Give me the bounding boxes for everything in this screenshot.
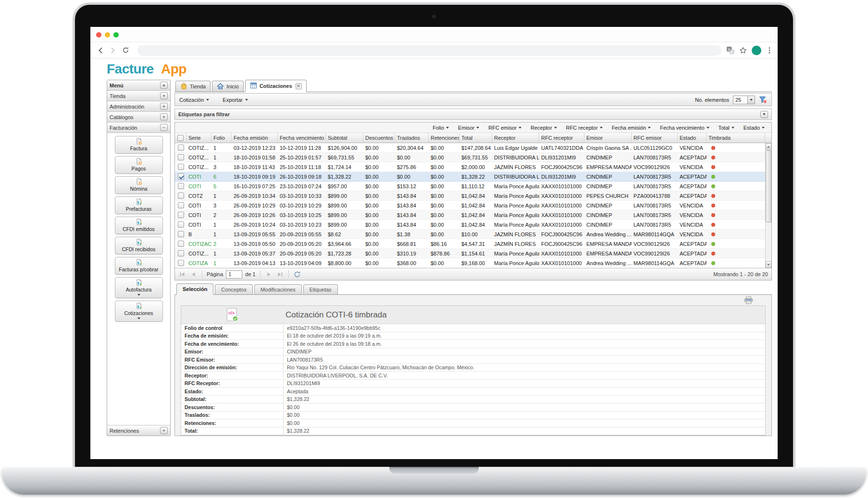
expand-section-icon[interactable]: + xyxy=(160,427,168,434)
column-filter-receptor[interactable]: Receptor xyxy=(531,125,557,131)
pager-last-icon[interactable] xyxy=(276,270,284,279)
column-filter-fecha-emision[interactable]: Fecha emisión xyxy=(612,125,651,131)
table-row[interactable]: COTI618-10-2019 09:1926-10-2019 09:18$1,… xyxy=(175,172,765,182)
expand-section-icon[interactable]: + xyxy=(160,113,168,121)
row-checkbox[interactable] xyxy=(178,231,184,237)
table-row[interactable]: COTI126-09-2019 10:2403-10-2019 10:23$89… xyxy=(175,220,765,230)
select-all-checkbox[interactable] xyxy=(177,135,184,141)
grid-header-estado[interactable]: Estado xyxy=(678,133,707,143)
grid-header-descuentos[interactable]: Descuentos xyxy=(363,133,395,143)
sidebar-button-prefacturas[interactable]: Prefacturas xyxy=(115,196,163,214)
menu-cotizacion[interactable]: Cotización xyxy=(179,97,209,103)
sidebar-button-cfdi-emitidos[interactable]: CFDI emitidos xyxy=(115,217,163,234)
row-checkbox[interactable] xyxy=(178,173,184,180)
minimize-window-button[interactable] xyxy=(105,32,110,37)
grid-header-retenciones[interactable]: Retenciones xyxy=(429,133,459,143)
sidebar-button-pagos[interactable]: Pagos xyxy=(115,156,163,174)
row-checkbox[interactable] xyxy=(178,241,184,247)
row-checkbox[interactable] xyxy=(178,183,184,189)
collapse-sidebar-icon[interactable]: « xyxy=(160,82,168,89)
maximize-window-button[interactable] xyxy=(113,32,119,37)
grid-header-fecha-vencimiento[interactable]: Fecha vencimiento xyxy=(278,133,326,143)
url-bar[interactable] xyxy=(137,45,721,56)
table-row[interactable]: COTZ126-09-2019 10:3403-10-2019 10:33$89… xyxy=(175,191,765,201)
sidebar-button-autofactura[interactable]: Autofactura xyxy=(115,277,163,298)
grid-header-folio[interactable]: Folio xyxy=(211,133,232,143)
pager-prev-icon[interactable] xyxy=(189,270,198,279)
row-checkbox[interactable] xyxy=(178,193,184,199)
row-checkbox[interactable] xyxy=(178,145,184,151)
table-row[interactable]: COTI516-10-2019 07:2523-10-2019 07:24$95… xyxy=(175,182,765,191)
tab-tienda[interactable]: Tienda xyxy=(175,81,211,92)
table-row[interactable]: COTIZA113-09-2019 04:1313-10-2019 04:09$… xyxy=(175,258,765,268)
row-checkbox[interactable] xyxy=(178,260,184,266)
table-row[interactable]: COTIZ...113-09-2019 05:3720-09-2019 05:2… xyxy=(175,249,765,258)
row-checkbox[interactable] xyxy=(178,202,184,208)
grid-header-traslados[interactable]: Traslados xyxy=(395,133,429,143)
sidebar-button-nomina[interactable]: Nómina xyxy=(115,176,163,194)
column-filter-rfc-emisor[interactable]: RFC emisor xyxy=(488,125,521,131)
scroll-down-icon[interactable] xyxy=(766,261,771,268)
column-filter-folio[interactable]: Folio xyxy=(433,125,449,131)
sidebar-button-factura[interactable]: Factura xyxy=(115,136,163,154)
column-filter-fecha-vencimiento[interactable]: Fecha vencimiento xyxy=(660,125,709,131)
page-size-select[interactable]: 25 xyxy=(733,96,755,104)
grid-header-emisor[interactable]: Emisor xyxy=(584,133,632,143)
sidebar-button-facturas-p-cobrar[interactable]: Facturas p/cobrar xyxy=(115,257,163,275)
sidebar-section-catalogos[interactable]: Catálogos+ xyxy=(107,112,170,122)
page-number-input[interactable]: 1 xyxy=(226,270,242,279)
row-checkbox[interactable] xyxy=(178,212,184,218)
refresh-icon[interactable] xyxy=(293,270,301,279)
table-row[interactable]: COTI326-09-2019 10:2903-10-2019 10:29$89… xyxy=(175,201,765,210)
grid-header-rfc-emisor[interactable]: RFC emisor xyxy=(632,133,678,143)
sidebar-section-tienda[interactable]: Tienda+ xyxy=(107,91,170,101)
table-row[interactable]: B113-09-2019 05:5520-09-2019 05:55$8.62$… xyxy=(175,230,765,239)
column-filter-emisor[interactable]: Emisor xyxy=(458,125,479,131)
grid-header-fecha-emision[interactable]: Fecha emisión xyxy=(232,133,278,143)
scrollbar-thumb[interactable] xyxy=(766,150,771,222)
collapse-section-icon[interactable]: − xyxy=(160,124,168,131)
tab-close-icon[interactable] xyxy=(296,83,302,89)
grid-header-timbrada[interactable]: Timbrada xyxy=(707,133,765,143)
table-row[interactable]: COTIZACI213-09-2019 05:5020-09-2019 05:2… xyxy=(175,239,765,249)
sidebar-section-administracion[interactable]: Administración+ xyxy=(107,101,170,112)
clear-filter-funnel-icon[interactable] xyxy=(759,96,767,104)
table-row[interactable]: COTI226-09-2019 10:2603-10-2019 10:25$89… xyxy=(175,210,765,220)
row-checkbox[interactable] xyxy=(178,164,184,170)
table-row[interactable]: COTIZ...118-10-2019 01:5825-10-2019 01:5… xyxy=(175,153,765,162)
grid-header-subtotal[interactable]: Subtotal xyxy=(326,133,363,143)
detail-tab-seleccion[interactable]: Selección xyxy=(176,283,213,295)
column-filter-rfc-receptor[interactable]: RFC receptor xyxy=(566,125,603,131)
column-filter-total[interactable]: Total xyxy=(719,125,734,131)
translate-icon[interactable]: aA xyxy=(726,46,734,54)
table-row[interactable]: COTIZ...318-10-2019 11:4325-10-2019 11:1… xyxy=(175,162,765,172)
print-button[interactable] xyxy=(744,296,753,304)
row-checkbox[interactable] xyxy=(178,250,184,256)
select-arrow-icon[interactable] xyxy=(747,96,755,104)
detail-tab-etiquetas[interactable]: Etiquetas xyxy=(303,284,338,294)
scroll-up-icon[interactable] xyxy=(766,143,771,150)
reload-icon[interactable] xyxy=(120,45,131,56)
grid-header-serie[interactable]: Serie xyxy=(186,133,211,143)
collapse-panel-icon[interactable] xyxy=(760,111,768,118)
grid-header-receptor[interactable]: Receptor xyxy=(492,133,539,143)
close-window-button[interactable] xyxy=(96,32,101,37)
forward-icon[interactable] xyxy=(108,45,118,56)
profile-avatar[interactable] xyxy=(752,46,761,55)
expand-section-icon[interactable]: + xyxy=(160,103,168,110)
sidebar-button-cfdi-recibidos[interactable]: CFDI recibidos xyxy=(115,237,163,255)
sidebar-section-retenciones[interactable]: Retenciones + xyxy=(107,425,170,436)
row-checkbox[interactable] xyxy=(178,154,184,160)
column-filter-estado[interactable]: Estado xyxy=(744,125,765,131)
filter-panel-header[interactable]: Etiquetas para filtrar xyxy=(174,109,772,120)
pager-next-icon[interactable] xyxy=(265,270,273,279)
detail-tab-conceptos[interactable]: Conceptos xyxy=(215,284,253,294)
tab-inicio[interactable]: Inicio xyxy=(212,81,244,92)
tab-cotizaciones[interactable]: Cotizaciones xyxy=(245,80,307,92)
row-checkbox[interactable] xyxy=(178,221,184,228)
sidebar-section-facturacion[interactable]: Facturación− xyxy=(107,122,170,133)
bookmark-star-icon[interactable] xyxy=(739,47,747,54)
grid-header-total[interactable]: Total xyxy=(459,133,492,143)
menu-exportar[interactable]: Exportar xyxy=(223,97,248,103)
table-row[interactable]: COTIZ...103-12-2019 12:2310-12-2019 11:2… xyxy=(175,143,765,153)
